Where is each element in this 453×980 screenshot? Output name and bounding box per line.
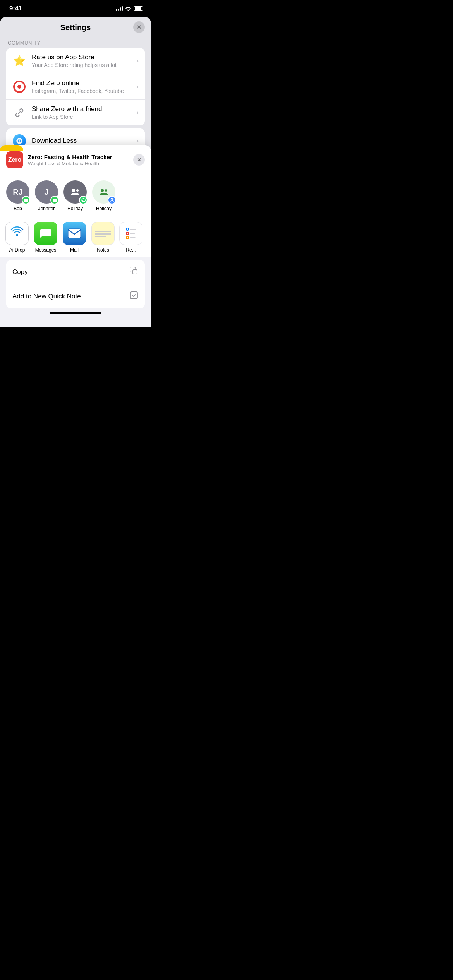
copy-action-label: Copy: [12, 268, 129, 276]
messages-badge-bob: [22, 196, 30, 204]
contact-bob[interactable]: RJ Bob: [6, 180, 29, 211]
contacts-row: RJ Bob J: [0, 174, 151, 217]
close-icon: ✕: [137, 157, 141, 163]
link-icon: [12, 106, 26, 120]
chevron-right-icon: ›: [137, 137, 139, 144]
share-messages[interactable]: Messages: [33, 222, 58, 253]
contact-avatar-holiday1: [63, 180, 87, 204]
community-section-label: COMMUNITY: [0, 37, 151, 48]
find-zero-title: Find Zero online: [32, 79, 137, 87]
svg-point-7: [16, 234, 18, 236]
svg-point-5: [105, 189, 107, 192]
share-reminders[interactable]: Re...: [119, 222, 142, 253]
reminders-icon: [119, 222, 142, 245]
quick-note-label: Add to New Quick Note: [12, 293, 129, 300]
notes-label: Notes: [97, 247, 109, 253]
rate-us-title: Rate us on App Store: [32, 53, 137, 61]
airdrop-icon: [5, 222, 29, 245]
contact-name-bob: Bob: [14, 206, 22, 211]
home-indicator: [50, 312, 101, 314]
close-icon: ✕: [137, 24, 141, 30]
contact-avatar-bob: RJ: [6, 180, 29, 204]
wifi-icon: [125, 6, 131, 11]
svg-rect-10: [133, 270, 137, 274]
svg-point-4: [101, 189, 104, 192]
settings-close-button[interactable]: ✕: [133, 21, 145, 33]
action-section: Copy Add to New Quick Note: [6, 260, 145, 308]
settings-backdrop: Settings ✕ COMMUNITY ⭐ Rate us on App St…: [0, 17, 151, 327]
star-icon: ⭐: [12, 54, 26, 68]
share-zero-subtitle: Link to App Store: [32, 114, 137, 120]
mail-label: Mail: [70, 247, 79, 253]
chevron-right-icon: ›: [137, 109, 139, 116]
share-zero-title: Share Zero with a friend: [32, 105, 137, 113]
settings-card: ⭐ Rate us on App Store Your App Store ra…: [6, 48, 145, 125]
settings-title: Settings: [60, 23, 91, 32]
share-mail[interactable]: Mail: [62, 222, 87, 253]
share-zero-row[interactable]: Share Zero with a friend Link to App Sto…: [6, 100, 145, 125]
zero-app-icon: Zero: [6, 151, 23, 168]
contact-avatar-holiday2: [92, 180, 115, 204]
airdrop-label: AirDrop: [9, 247, 25, 253]
contact-name-jennifer: Jennifer: [38, 206, 55, 211]
contact-holiday-signal[interactable]: Holiday: [92, 180, 115, 211]
quick-note-action-row[interactable]: Add to New Quick Note: [6, 284, 145, 308]
messages-badge-jennifer: [50, 196, 59, 204]
messages-label: Messages: [35, 247, 57, 253]
contact-holiday-whatsapp[interactable]: Holiday: [63, 180, 87, 211]
share-app-subtitle: Weight Loss & Metabolic Health: [28, 161, 133, 166]
chevron-right-icon: ›: [137, 57, 139, 64]
svg-point-6: [111, 199, 113, 201]
rate-us-row[interactable]: ⭐ Rate us on App Store Your App Store ra…: [6, 48, 145, 74]
rate-us-subtitle: Your App Store rating helps us a lot: [32, 62, 137, 68]
svg-rect-8: [68, 229, 81, 238]
status-bar: 9:41: [0, 0, 151, 17]
share-apps-row: AirDrop Messages: [5, 222, 146, 253]
battery-icon: [134, 6, 143, 11]
messages-icon: [34, 222, 57, 245]
share-sheet-close-button[interactable]: ✕: [133, 154, 145, 166]
whatsapp-badge: [79, 196, 88, 204]
copy-action-row[interactable]: Copy: [6, 260, 145, 284]
share-notes[interactable]: Notes: [91, 222, 115, 253]
svg-point-1: [17, 85, 21, 89]
svg-point-2: [72, 189, 75, 192]
mail-icon: [63, 222, 86, 245]
reminders-label: Re...: [126, 247, 136, 253]
contact-name-holiday2: Holiday: [96, 206, 112, 211]
contact-jennifer[interactable]: J Jennifer: [35, 180, 58, 211]
find-zero-subtitle: Instagram, Twitter, Facebook, Youtube: [32, 88, 137, 94]
download-less-title: Download Less: [32, 137, 137, 145]
app-icon-text: Zero: [8, 156, 22, 163]
share-airdrop[interactable]: AirDrop: [5, 222, 29, 253]
share-app-name: Zero: Fasting & Health Tracker: [28, 154, 133, 160]
signal-badge: [108, 196, 116, 204]
share-sheet: Zero Zero: Fasting & Health Tracker Weig…: [0, 145, 151, 327]
status-icons: [116, 6, 143, 11]
quick-note-icon: [129, 291, 139, 302]
settings-header: Settings ✕: [0, 17, 151, 37]
contact-name-holiday1: Holiday: [67, 206, 83, 211]
svg-point-3: [76, 189, 79, 192]
zero-social-icon: [12, 80, 26, 94]
copy-icon: [129, 266, 139, 278]
chevron-right-icon: ›: [137, 83, 139, 90]
notes-icon: [91, 222, 115, 245]
find-zero-row[interactable]: Find Zero online Instagram, Twitter, Fac…: [6, 74, 145, 100]
contact-avatar-jennifer: J: [35, 180, 58, 204]
signal-icon: [116, 6, 123, 11]
status-time: 9:41: [9, 5, 22, 12]
svg-rect-11: [130, 292, 137, 299]
